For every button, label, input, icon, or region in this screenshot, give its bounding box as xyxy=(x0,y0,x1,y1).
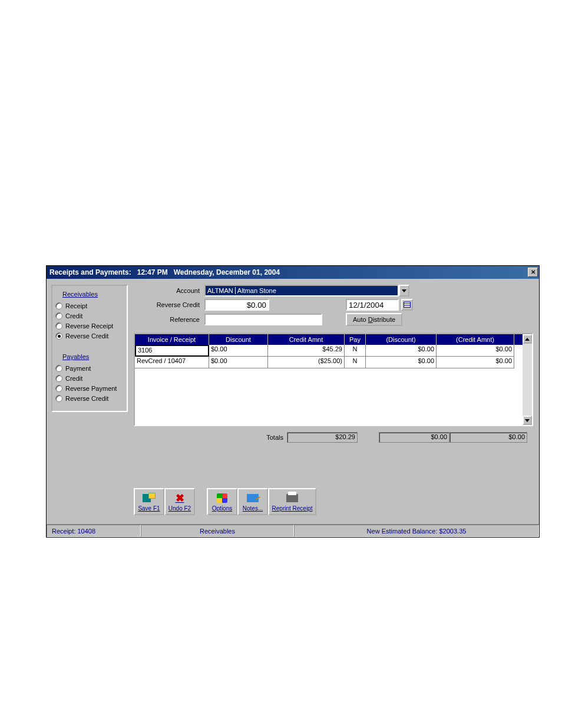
reverse-credit-input[interactable] xyxy=(204,299,269,311)
status-receipt: Receipt: 10408 xyxy=(47,525,141,537)
radio-reverse-credit-pay[interactable]: Reverse Credit xyxy=(55,395,124,402)
chevron-down-icon xyxy=(402,289,406,292)
account-combo[interactable]: ALTMAN Altman Stone xyxy=(204,285,409,297)
reference-input[interactable] xyxy=(204,314,322,325)
calendar-button[interactable] xyxy=(401,299,413,311)
radio-reverse-receipt[interactable]: Reverse Receipt xyxy=(55,322,124,330)
distribution-grid: Invoice / Receipt Discount Credit Amnt P… xyxy=(134,333,533,426)
toolbar: Save F1 ✖ Undo F2 Options Notes... R xyxy=(134,488,316,515)
total-pcredit: $0.00 xyxy=(449,432,527,443)
grid-scrollbar[interactable] xyxy=(523,334,532,425)
notes-button[interactable]: Notes... xyxy=(237,488,268,515)
save-button[interactable]: Save F1 xyxy=(134,488,164,515)
reverse-credit-label: Reverse Credit xyxy=(134,301,204,308)
printer-icon xyxy=(286,494,298,502)
reference-label: Reference xyxy=(134,316,204,323)
status-bar: Receipt: 10408 Receivables New Estimated… xyxy=(47,524,539,537)
chevron-down-icon xyxy=(525,419,530,422)
notes-icon xyxy=(247,494,259,502)
receivables-header: Receivables xyxy=(55,291,124,298)
transaction-type-sidebar: Receivables Receipt Credit Reverse Recei… xyxy=(51,285,128,412)
account-label: Account xyxy=(134,287,204,294)
radio-receipt[interactable]: Receipt xyxy=(55,302,124,309)
calendar-icon xyxy=(404,302,411,308)
close-button[interactable]: ✕ xyxy=(528,268,538,277)
grid-row[interactable]: RevCred / 10407 $0.00 ($25.00) N $0.00 $… xyxy=(135,357,532,368)
delete-icon: ✖ xyxy=(176,492,184,505)
reprint-receipt-button[interactable]: Reprint Receipt xyxy=(268,488,316,515)
title-prefix: Receipts and Payments: xyxy=(49,268,131,276)
titlebar: Receipts and Payments: 12:47 PM Wednesda… xyxy=(47,266,539,279)
grid-row[interactable]: 3106 $0.00 $45.29 N $0.00 $0.00 xyxy=(135,345,532,357)
close-icon: ✕ xyxy=(531,269,535,275)
receipts-payments-window: Receipts and Payments: 12:47 PM Wednesda… xyxy=(46,265,540,538)
radio-payment[interactable]: Payment xyxy=(55,365,124,372)
chevron-up-icon xyxy=(525,338,530,341)
status-module: Receivables xyxy=(141,525,294,537)
radio-credit-recv[interactable]: Credit xyxy=(55,312,124,319)
title-date: Wednesday, December 01, 2004 xyxy=(174,268,280,276)
form-area: Account ALTMAN Altman Stone Reverse Cred… xyxy=(134,285,533,328)
grid-body: 3106 $0.00 $45.29 N $0.00 $0.00 RevCred … xyxy=(135,345,532,425)
radio-credit-pay[interactable]: Credit xyxy=(55,375,124,382)
options-button[interactable]: Options xyxy=(207,488,237,515)
total-pdiscount: $0.00 xyxy=(379,432,449,443)
radio-reverse-credit-recv[interactable]: Reverse Credit xyxy=(55,332,124,340)
date-input[interactable] xyxy=(346,299,399,311)
undo-button[interactable]: ✖ Undo F2 xyxy=(164,488,195,515)
account-dropdown-button[interactable] xyxy=(399,285,409,297)
grid-header: Invoice / Receipt Discount Credit Amnt P… xyxy=(135,334,532,345)
totals-label: Totals xyxy=(134,434,287,441)
options-icon xyxy=(217,493,227,503)
account-code: ALTMAN xyxy=(207,287,236,294)
totals-row: Totals $20.29 $0.00 $0.00 xyxy=(134,432,533,443)
save-icon xyxy=(143,493,156,503)
payables-header: Payables xyxy=(55,353,124,360)
scroll-up-button[interactable] xyxy=(523,334,532,344)
status-balance: New Estimated Balance: $2003.35 xyxy=(294,525,539,537)
auto-distribute-button[interactable]: Auto Distribute xyxy=(346,313,402,326)
account-name: Altman Stone xyxy=(237,287,276,294)
radio-reverse-payment[interactable]: Reverse Payment xyxy=(55,385,124,392)
scroll-down-button[interactable] xyxy=(523,416,532,425)
total-credit: $20.29 xyxy=(287,432,358,443)
title-time: 12:47 PM xyxy=(137,268,168,276)
